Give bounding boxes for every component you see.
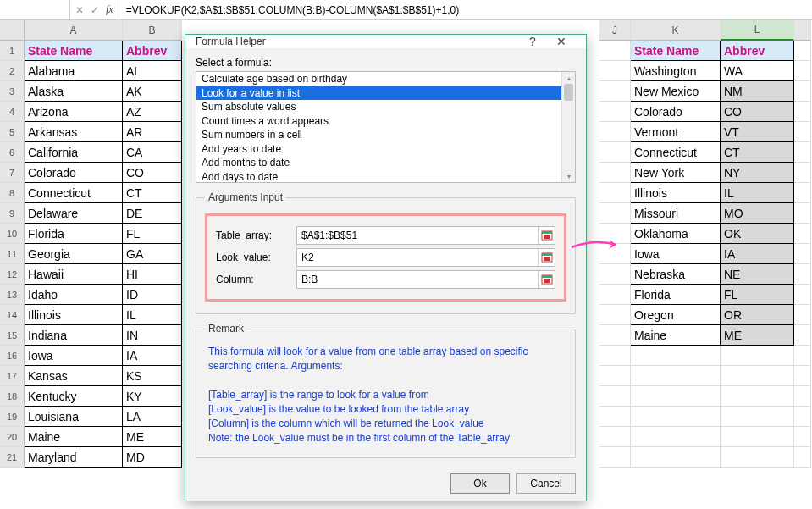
column-input[interactable] [296, 270, 555, 289]
cell[interactable] [631, 427, 721, 447]
row-header[interactable]: 5 [0, 122, 25, 142]
formula-list-item[interactable]: Calculate age based on birthday [196, 72, 575, 86]
row-header[interactable]: 12 [0, 264, 25, 285]
cell[interactable]: Arizona [25, 102, 123, 122]
cell[interactable] [794, 61, 811, 81]
cell[interactable] [794, 122, 811, 142]
row-header[interactable]: 13 [0, 285, 25, 305]
table-header[interactable]: Abbrev [123, 41, 182, 61]
cell[interactable] [721, 346, 794, 366]
cell[interactable] [599, 407, 631, 427]
cell[interactable]: AR [123, 122, 182, 142]
cell[interactable]: AK [123, 81, 182, 102]
table-header[interactable]: State Name [25, 41, 123, 61]
cell[interactable]: Illinois [631, 183, 721, 203]
cell[interactable]: CO [123, 163, 182, 183]
cell[interactable]: Alabama [25, 61, 123, 81]
ref-picker-icon[interactable] [538, 227, 555, 244]
cell[interactable] [721, 427, 794, 447]
look-value-field[interactable] [297, 249, 538, 266]
cell[interactable]: New Mexico [631, 81, 721, 102]
cell[interactable] [794, 224, 811, 244]
cell[interactable]: Oregon [631, 305, 721, 325]
cell[interactable] [599, 325, 631, 346]
cell[interactable] [631, 386, 721, 407]
cell[interactable] [721, 386, 794, 407]
column-header[interactable]: L [721, 20, 794, 41]
cell[interactable]: KY [123, 386, 182, 407]
cell[interactable]: MO [721, 203, 794, 224]
cell[interactable]: IL [123, 305, 182, 325]
cell[interactable]: AL [123, 61, 182, 81]
cell[interactable] [794, 183, 811, 203]
cell[interactable] [794, 163, 811, 183]
cell[interactable]: DE [123, 203, 182, 224]
column-header[interactable]: K [631, 20, 721, 41]
cell[interactable] [599, 183, 631, 203]
cell[interactable] [794, 142, 811, 163]
cell[interactable]: CT [123, 183, 182, 203]
formula-list-item[interactable]: Add years to date [196, 142, 575, 157]
cell[interactable]: AZ [123, 102, 182, 122]
help-button[interactable]: ? [518, 35, 547, 48]
cell[interactable]: Maine [631, 325, 721, 346]
cell[interactable]: Iowa [25, 346, 123, 366]
cell[interactable] [599, 61, 631, 81]
cell[interactable]: Iowa [631, 244, 721, 264]
cell[interactable]: Colorado [631, 102, 721, 122]
cell[interactable]: Kentucky [25, 386, 123, 407]
row-header[interactable]: 2 [0, 61, 25, 81]
ref-picker-icon[interactable] [538, 249, 555, 266]
cell[interactable]: CA [123, 142, 182, 163]
formula-listbox[interactable]: Calculate age based on birthdayLook for … [196, 71, 576, 183]
row-header[interactable]: 15 [0, 325, 25, 346]
cell[interactable]: Louisiana [25, 407, 123, 427]
cell[interactable] [721, 447, 794, 468]
formula-list-item[interactable]: Add months to date [196, 156, 575, 170]
scroll-up-icon[interactable]: ▴ [562, 72, 575, 84]
column-header[interactable]: B [123, 20, 182, 41]
table-array-input[interactable] [296, 226, 555, 245]
look-value-input[interactable] [296, 248, 555, 267]
cell[interactable] [794, 41, 811, 61]
row-header[interactable]: 21 [0, 447, 25, 468]
cell[interactable]: Illinois [25, 305, 123, 325]
formula-list-item[interactable]: Sum numbers in a cell [196, 128, 575, 142]
row-header[interactable]: 8 [0, 183, 25, 203]
table-header[interactable]: State Name [631, 41, 721, 61]
listbox-scrollbar[interactable]: ▴ ▾ [561, 72, 575, 182]
cell[interactable]: Georgia [25, 244, 123, 264]
formula-list-item[interactable]: Look for a value in list [196, 86, 575, 101]
cell[interactable]: Colorado [25, 163, 123, 183]
cell[interactable] [794, 264, 811, 285]
formula-list-item[interactable]: Count times a word appears [196, 114, 575, 129]
row-header[interactable]: 19 [0, 407, 25, 427]
column-field[interactable] [297, 271, 538, 288]
cell[interactable] [599, 122, 631, 142]
cell[interactable] [599, 163, 631, 183]
cell[interactable] [794, 285, 811, 305]
cell[interactable] [794, 81, 811, 102]
cell[interactable] [599, 305, 631, 325]
formula-input[interactable]: =VLOOKUP(K2,$A$1:$B$51,COLUMN(B:B)-COLUM… [119, 4, 812, 16]
cell[interactable] [599, 203, 631, 224]
cell[interactable]: VT [721, 122, 794, 142]
cell[interactable] [794, 366, 811, 386]
cell[interactable] [794, 325, 811, 346]
cell[interactable]: OR [721, 305, 794, 325]
cell[interactable] [794, 102, 811, 122]
cell[interactable] [794, 346, 811, 366]
cell[interactable] [721, 366, 794, 386]
cell[interactable]: NE [721, 264, 794, 285]
cell[interactable]: IN [123, 325, 182, 346]
cell[interactable] [631, 407, 721, 427]
cell[interactable]: GA [123, 244, 182, 264]
cell[interactable] [599, 81, 631, 102]
ok-button[interactable]: Ok [450, 473, 510, 494]
cell[interactable] [794, 407, 811, 427]
cell[interactable]: Kansas [25, 366, 123, 386]
formula-list-item[interactable]: Sum absolute values [196, 100, 575, 114]
table-array-field[interactable] [297, 227, 538, 244]
cell[interactable]: FL [721, 285, 794, 305]
row-header[interactable]: 11 [0, 244, 25, 264]
